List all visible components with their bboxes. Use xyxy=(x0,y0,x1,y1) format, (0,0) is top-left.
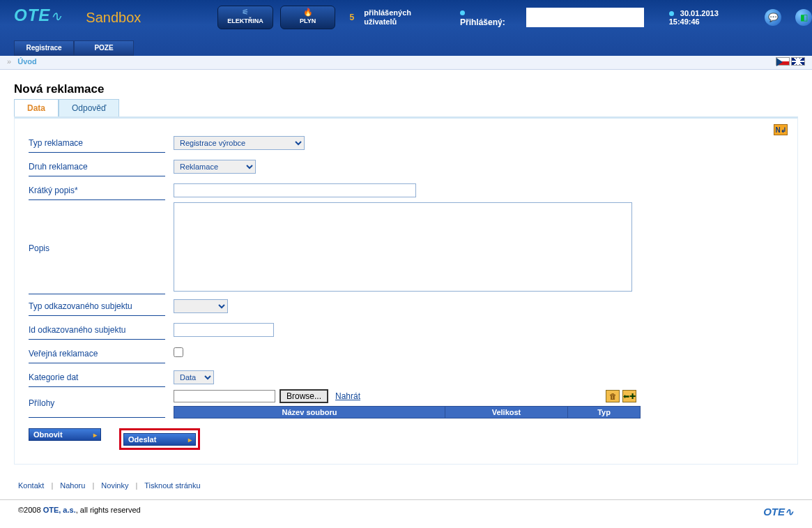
footer-copyright: ©2008 OTE, a.s., all rights reserved OTE… xyxy=(0,499,812,524)
logged-in-label: Přihlášený: xyxy=(460,8,516,27)
status-dot-icon xyxy=(460,10,465,15)
footer-links: Kontakt | Nahoru | Novinky | Tisknout st… xyxy=(0,472,812,499)
page-title: Nová reklamace xyxy=(14,82,798,96)
brand-wave-icon: ∿ xyxy=(50,8,62,24)
col-nazev-souboru: Název souboru xyxy=(174,407,445,418)
tab-data[interactable]: Data xyxy=(14,99,59,116)
speech-bubble-icon: 💬 xyxy=(768,13,779,22)
label-verejna: Veřejná reklamace xyxy=(29,345,165,363)
input-id-odkaz-subjekt[interactable] xyxy=(174,323,274,337)
flame-icon: 🔥 xyxy=(281,8,335,17)
online-count: 5 xyxy=(349,13,354,22)
footer-novinky[interactable]: Novinky xyxy=(101,481,128,490)
add-file-icon: ⬅✚ xyxy=(623,392,636,401)
plug-icon: ⚟ xyxy=(218,8,273,17)
brand-text: OTE xyxy=(14,6,50,25)
lang-czech[interactable] xyxy=(776,57,790,66)
select-kategorie-dat[interactable]: Data xyxy=(174,370,214,384)
tab-odpoved[interactable]: Odpověď xyxy=(59,99,119,116)
footer-logo: OTE∿ xyxy=(763,506,794,518)
nav-registrace[interactable]: Registrace xyxy=(14,40,74,56)
upload-link[interactable]: Nahrát xyxy=(335,391,360,401)
select-typ-reklamace[interactable]: Registrace výrobce xyxy=(174,136,305,150)
obnovit-button[interactable]: Obnovit xyxy=(29,428,101,441)
header-right: ⚟ ELEKTŘINA 🔥 PLYN 5 přihlášených uživat… xyxy=(217,6,812,29)
attachment-add-button[interactable]: ⬅✚ xyxy=(622,390,636,402)
col-velikost: Velikost xyxy=(445,407,567,418)
select-typ-odkaz-subjekt[interactable] xyxy=(174,299,228,313)
label-popis: Popis xyxy=(29,203,165,294)
elektrina-switch[interactable]: ⚟ ELEKTŘINA xyxy=(217,6,273,29)
panel-edit-icon[interactable]: N↲ xyxy=(774,124,788,135)
odeslat-highlight: Odeslat xyxy=(119,428,200,450)
col-typ: Typ xyxy=(567,407,640,418)
status-dot-icon xyxy=(669,11,674,16)
chat-button[interactable]: 💬 xyxy=(765,9,781,26)
window-icon: ◧ xyxy=(800,13,808,22)
checkbox-verejna[interactable] xyxy=(174,347,183,357)
label-id-odkaz-subjekt: Id odkazovaného subjektu xyxy=(29,321,165,340)
server-time: 30.01.2013 15:49:46 xyxy=(669,9,751,26)
online-label: přihlášených uživatelů xyxy=(364,8,411,27)
trash-icon: 🗑 xyxy=(609,392,617,400)
secondary-nav: Registrace POZE xyxy=(14,40,134,56)
plyn-switch[interactable]: 🔥 PLYN xyxy=(280,6,336,29)
lang-english[interactable] xyxy=(791,57,805,66)
brand-logo: OTE ∿ xyxy=(14,6,62,25)
breadcrumb-home[interactable]: Úvod xyxy=(17,57,37,66)
tab-bar: Data Odpověď xyxy=(14,99,798,116)
textarea-popis[interactable] xyxy=(174,202,632,292)
attachments-table: Název souboru Velikost Typ xyxy=(174,406,641,418)
page-content: Nová reklamace Data Odpověď N↲ Typ rekla… xyxy=(0,70,812,472)
label-typ-odkaz-subjekt: Typ odkazovaného subjektu xyxy=(29,297,165,316)
nav-poze[interactable]: POZE xyxy=(74,40,134,56)
label-druh-reklamace: Druh reklamace xyxy=(29,158,165,176)
attachment-delete-button[interactable]: 🗑 xyxy=(606,390,620,402)
odeslat-button[interactable]: Odeslat xyxy=(123,433,196,446)
label-typ-reklamace: Typ reklamace xyxy=(29,134,165,153)
layout-button[interactable]: ◧ xyxy=(795,9,812,26)
label-kategorie-dat: Kategorie dat xyxy=(29,368,165,387)
app-header: OTE ∿ Sandbox ⚟ ELEKTŘINA 🔥 PLYN 5 přihl… xyxy=(0,0,812,56)
wave-icon: ∿ xyxy=(785,506,794,518)
form-panel: N↲ Typ reklamace Registrace výrobce Druh… xyxy=(14,116,798,465)
environment-label: Sandbox xyxy=(86,10,141,26)
footer-nahoru[interactable]: Nahoru xyxy=(60,481,85,490)
footer-kontakt[interactable]: Kontakt xyxy=(18,481,44,490)
file-path-display xyxy=(174,390,275,402)
label-kratky-popis: Krátký popis* xyxy=(29,181,165,200)
label-prilohy: Přílohy xyxy=(29,389,165,418)
input-kratky-popis[interactable] xyxy=(174,183,416,197)
breadcrumb: » Úvod xyxy=(0,56,812,70)
select-druh-reklamace[interactable]: Reklamace xyxy=(174,160,256,174)
chevron-right-icon: » xyxy=(7,57,11,66)
footer-tisk[interactable]: Tisknout stránku xyxy=(144,481,200,490)
browse-button[interactable]: Browse... xyxy=(279,389,328,403)
logged-in-user xyxy=(526,8,644,27)
